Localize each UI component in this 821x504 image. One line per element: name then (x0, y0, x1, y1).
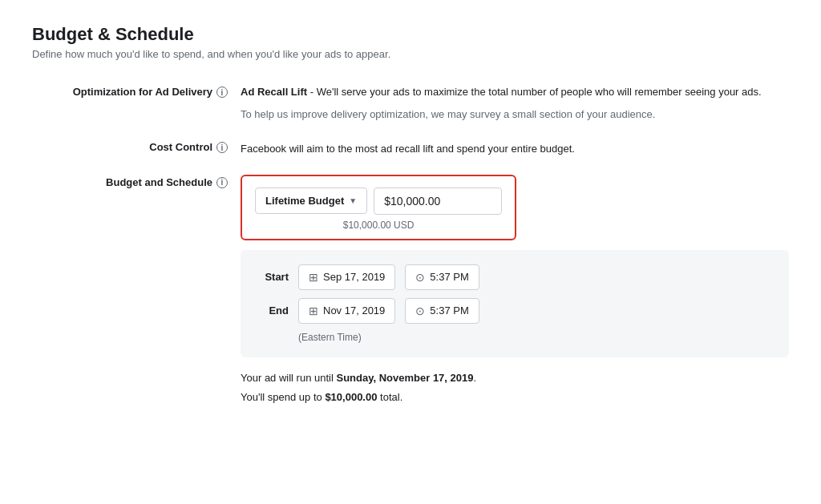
budget-schedule-content: Lifetime Budget ▼ $10,000.00 USD Start ⊞… (241, 175, 789, 407)
start-date-button[interactable]: ⊞ Sep 17, 2019 (298, 264, 395, 290)
footer-line1-plain: Your ad will run until (241, 372, 336, 384)
footer-line2-plain: You'll spend up to (241, 391, 325, 403)
budget-row: Lifetime Budget ▼ (255, 187, 502, 215)
schedule-box: Start ⊞ Sep 17, 2019 ⊙ 5:37 PM End ⊞ (241, 250, 789, 357)
end-time-value: 5:37 PM (430, 304, 468, 317)
start-calendar-icon: ⊞ (309, 271, 318, 284)
footer-line1-end: . (474, 372, 477, 384)
budget-highlight-box: Lifetime Budget ▼ $10,000.00 USD (241, 175, 516, 240)
cost-control-info-icon[interactable]: i (216, 142, 228, 153)
optimization-row: Optimization for Ad Delivery i Ad Recall… (32, 84, 789, 122)
end-date-button[interactable]: ⊞ Nov 17, 2019 (298, 298, 395, 324)
start-clock-icon: ⊙ (415, 271, 425, 284)
cost-control-content: Facebook will aim to the most ad recall … (241, 139, 789, 157)
form-section: Optimization for Ad Delivery i Ad Recall… (32, 84, 789, 406)
end-clock-icon: ⊙ (415, 304, 425, 317)
budget-schedule-row: Budget and Schedule i Lifetime Budget ▼ … (32, 175, 789, 407)
footer-line1-bold: Sunday, November 17, 2019 (336, 372, 473, 384)
end-label: End (260, 304, 289, 317)
budget-type-button[interactable]: Lifetime Budget ▼ (255, 187, 367, 214)
budget-amount-input[interactable] (374, 187, 502, 215)
chevron-down-icon: ▼ (349, 196, 357, 205)
budget-type-label: Lifetime Budget (265, 195, 344, 207)
budget-schedule-label: Budget and Schedule (106, 176, 212, 188)
start-date-value: Sep 17, 2019 (323, 271, 385, 283)
cost-control-label: Cost Control (149, 141, 212, 153)
cost-control-label-col: Cost Control i (32, 139, 241, 153)
end-row: End ⊞ Nov 17, 2019 ⊙ 5:37 PM (260, 298, 770, 324)
optimization-info-icon[interactable]: i (216, 87, 228, 98)
optimization-subtext: To help us improve delivery optimization… (241, 107, 789, 123)
cost-control-description: Facebook will aim to the most ad recall … (241, 139, 789, 157)
start-time-value: 5:37 PM (430, 271, 468, 283)
optimization-label-col: Optimization for Ad Delivery i (32, 84, 241, 98)
footer-line1: Your ad will run until Sunday, November … (241, 370, 789, 387)
end-time-button[interactable]: ⊙ 5:37 PM (405, 298, 479, 324)
start-label: Start (260, 271, 289, 283)
footer-line2-end: total. (377, 391, 402, 403)
optimization-body: - We'll serve your ads to maximize the t… (307, 86, 762, 98)
footer-line2-bold: $10,000.00 (325, 391, 377, 403)
footer-text: Your ad will run until Sunday, November … (241, 370, 789, 407)
page-title: Budget & Schedule (32, 24, 789, 45)
optimization-label: Optimization for Ad Delivery (73, 86, 212, 98)
optimization-lead: Ad Recall Lift (241, 86, 307, 98)
budget-schedule-label-col: Budget and Schedule i (32, 175, 241, 188)
optimization-description: Ad Recall Lift - We'll serve your ads to… (241, 84, 789, 100)
budget-schedule-info-icon[interactable]: i (216, 177, 228, 188)
end-calendar-icon: ⊞ (309, 304, 318, 317)
footer-line2: You'll spend up to $10,000.00 total. (241, 389, 789, 406)
end-date-value: Nov 17, 2019 (323, 304, 385, 317)
timezone-note: (Eastern Time) (260, 332, 770, 343)
start-time-button[interactable]: ⊙ 5:37 PM (405, 264, 479, 290)
page-subtitle: Define how much you'd like to spend, and… (32, 48, 789, 60)
cost-control-row: Cost Control i Facebook will aim to the … (32, 139, 789, 157)
start-row: Start ⊞ Sep 17, 2019 ⊙ 5:37 PM (260, 264, 770, 290)
budget-usd-label: $10,000.00 USD (255, 220, 502, 231)
optimization-content: Ad Recall Lift - We'll serve your ads to… (241, 84, 789, 122)
